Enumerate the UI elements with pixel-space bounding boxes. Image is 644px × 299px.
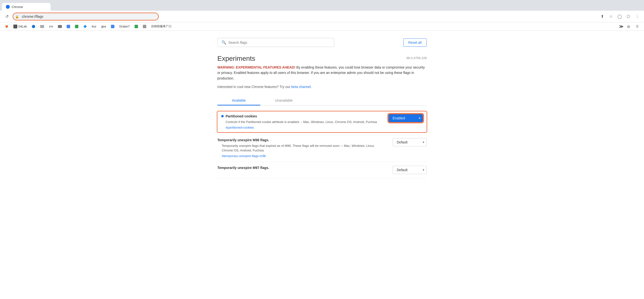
flag-control: Enabled Default Disabled ▾	[389, 114, 423, 122]
bookmark-item[interactable]: 🔵	[30, 24, 37, 29]
default-select-wrapper: Default Enabled Disabled ▾	[392, 138, 427, 146]
browser-frame: Chrome ↺ 🔒 ⬆ ☆ ◯ ⬡ ⋮ 🦊 GitLab 🔵 ±¼	[0, 0, 644, 31]
bookmark-item[interactable]	[65, 24, 72, 29]
tab-unavailable[interactable]: Unavailable	[260, 95, 308, 105]
menu-button[interactable]: ⋮	[633, 13, 641, 20]
nav-actions: ⬆ ☆ ◯ ⬡ ⋮	[598, 13, 641, 20]
bookmark-item[interactable]: gea	[99, 24, 108, 29]
bookmark-item[interactable]: GitLab	[12, 24, 29, 29]
bookmark-item[interactable]	[141, 24, 148, 29]
share-button[interactable]: ⬆	[598, 13, 606, 20]
flag-tag-link[interactable]: #partitioned-cookies	[226, 126, 254, 129]
reload-button[interactable]: ↺	[3, 13, 11, 20]
flag-title: Partitioned cookies	[226, 114, 257, 118]
search-input[interactable]	[228, 41, 330, 44]
flag-control: Default Enabled Disabled ▾	[392, 138, 427, 146]
more-bookmarks-button[interactable]: ≫	[619, 24, 624, 29]
flag-title: Temporarily unexpire M97 flags.	[217, 166, 269, 170]
flag-control: Default Enabled Disabled ▾	[392, 166, 427, 174]
beta-suffix: .	[311, 85, 312, 89]
active-tab[interactable]: Chrome	[2, 3, 50, 11]
beta-prefix: Interested in cool new Chrome features? …	[217, 85, 291, 89]
profile-button[interactable]: ◯	[616, 13, 624, 20]
bookmark-item[interactable]: 自助助服务广口	[149, 23, 174, 29]
flag-dot	[221, 115, 224, 117]
bookmark-item[interactable]	[133, 24, 140, 29]
tab-title: Chrome	[12, 5, 23, 9]
flag-title-row: Temporarily unexpire M96 flags.	[217, 138, 383, 142]
lock-icon: 🔒	[15, 14, 19, 18]
m96-select[interactable]: Default Enabled Disabled	[392, 138, 427, 146]
tab-available[interactable]: Available	[217, 95, 260, 105]
flag-info: Partitioned cookies Controls if the Part…	[221, 114, 389, 129]
bookmark-item[interactable]: koz	[90, 24, 98, 29]
flag-description: Temporarily unexpire flags that expired …	[222, 143, 383, 153]
tab-bar: Chrome	[0, 0, 644, 11]
bookmark-item[interactable]: 🦊	[3, 24, 10, 29]
flag-info: Temporarily unexpire M96 flags. Temporar…	[217, 138, 392, 158]
flag-row: Partitioned cookies Controls if the Part…	[221, 114, 423, 129]
bookmark-item[interactable]: ±¼	[47, 24, 55, 29]
warning-label: WARNING: EXPERIMENTAL FEATURES AHEAD!	[217, 65, 296, 69]
search-bar-row: 🔍 Reset all	[217, 38, 427, 47]
partitioned-cookies-select[interactable]: Enabled Default Disabled	[389, 114, 423, 122]
bookmark-item[interactable]	[109, 24, 116, 29]
partitioned-cookies-item: Partitioned cookies Controls if the Part…	[217, 111, 427, 132]
beta-channel-link[interactable]: beta channel	[291, 85, 310, 89]
flag-m97-item: Temporarily unexpire M97 flags. Default …	[217, 162, 427, 178]
flag-title-row: Partitioned cookies	[221, 114, 379, 118]
bookmark-item[interactable]: Gratan?	[117, 24, 132, 29]
flag-m96-item: Temporarily unexpire M96 flags. Temporar…	[217, 134, 427, 162]
reading-mode-button[interactable]: ☰	[633, 23, 641, 30]
address-bar-wrap: 🔒	[13, 13, 159, 20]
default-select-wrapper: Default Enabled Disabled ▾	[392, 166, 427, 174]
bookmark-item[interactable]	[56, 24, 64, 29]
bookmarks-bar: 🦊 GitLab 🔵 ±¼ 🔷 koz gea Gratan? 自助助服务广口 …	[0, 22, 644, 31]
bookmark-item[interactable]: 🔷	[81, 24, 89, 29]
page-content: 🔍 Reset all Experiments 98.0.4758.109 WA…	[0, 31, 644, 299]
bookmark-item[interactable]	[38, 24, 46, 29]
flag-title-row: Temporarily unexpire M97 flags.	[217, 166, 383, 170]
flags-search: 🔍	[217, 38, 334, 47]
flag-description: Controls if the Partitioned cookie attri…	[226, 120, 379, 124]
flag-tag-link[interactable]: #temporary-unexpire-flags-m96	[222, 154, 266, 158]
warning-paragraph: WARNING: EXPERIMENTAL FEATURES AHEAD! By…	[217, 65, 427, 81]
flags-container: 🔍 Reset all Experiments 98.0.4758.109 WA…	[212, 31, 432, 186]
reset-all-button[interactable]: Reset all	[403, 38, 427, 47]
extensions-button[interactable]: ⬡	[624, 13, 632, 20]
enabled-select-wrapper: Enabled Default Disabled ▾	[389, 114, 423, 122]
bookmark-button[interactable]: ☆	[607, 13, 615, 20]
tabs-row: Available Unavailable	[217, 95, 427, 105]
address-input[interactable]	[13, 13, 159, 20]
m97-select[interactable]: Default Enabled Disabled	[392, 166, 427, 174]
tab-favicon	[6, 5, 10, 9]
beta-channel-text: Interested in cool new Chrome features? …	[217, 85, 427, 89]
flag-info: Temporarily unexpire M97 flags.	[217, 166, 392, 171]
nav-bar: ↺ 🔒 ⬆ ☆ ◯ ⬡ ⋮	[0, 11, 644, 22]
sidebar-button[interactable]: ▤	[624, 23, 632, 30]
flag-title: Temporarily unexpire M96 flags.	[217, 138, 269, 142]
bookmark-item[interactable]	[73, 24, 80, 29]
search-icon: 🔍	[222, 40, 226, 45]
